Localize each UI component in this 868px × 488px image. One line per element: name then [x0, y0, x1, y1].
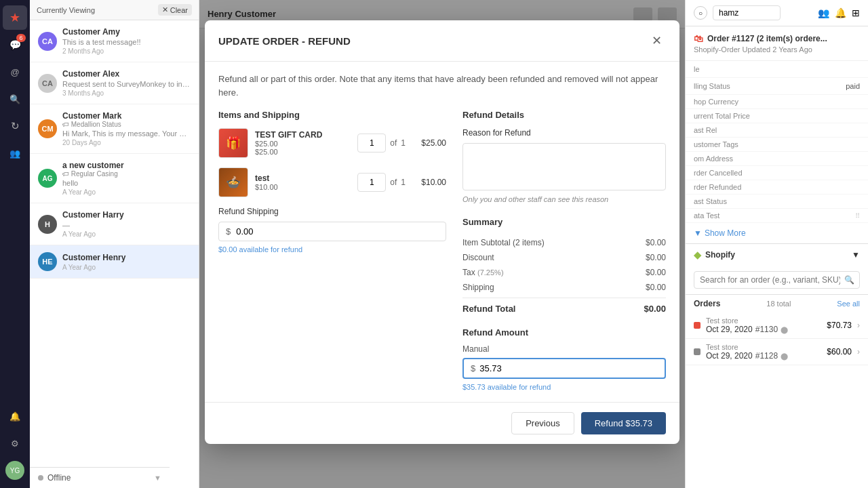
order-refunded-row: rder Refunded: [686, 180, 868, 195]
reason-hint: Only you and other staff can see this re…: [462, 195, 666, 203]
shopify-header: ◆ Shopify ▼: [694, 249, 860, 260]
offline-dropdown[interactable]: ▼: [154, 474, 161, 482]
order-arrow-1128: ›: [857, 347, 860, 357]
order-price-1130: $70.73: [827, 321, 852, 330]
contacts-icon[interactable]: 👥: [3, 141, 27, 165]
reason-textarea[interactable]: [462, 143, 666, 190]
item-qty-test: of 1: [357, 173, 406, 192]
mentions-icon[interactable]: @: [3, 60, 27, 84]
manual-value-input[interactable]: [479, 363, 658, 373]
user-avatar[interactable]: YG: [5, 461, 24, 480]
current-price-row: urrent Total Price: [686, 109, 868, 123]
chevron-shopify-icon[interactable]: ▼: [852, 250, 860, 260]
data-test-row: ata Test ⠿: [686, 209, 868, 223]
order-indicator-1130: [694, 322, 701, 329]
users-icon[interactable]: 👥: [818, 7, 829, 18]
clear-button[interactable]: ✕ Clear: [158, 4, 192, 16]
order-icon: 🛍: [694, 33, 703, 44]
refund-button[interactable]: Refund $35.73: [581, 412, 666, 434]
modal-overlay: UPDATE ORDER - REFUND ✕ Refund all or pa…: [199, 0, 685, 488]
customer-info-henry: Customer Henry A Year Ago: [62, 253, 191, 271]
order-info-1130: Test store Oct 29, 2020 #1130 ⬤: [706, 317, 821, 334]
search-icon: 🔍: [844, 275, 854, 285]
summary-discount: Discount $0.00: [462, 250, 666, 265]
shopify-section: ◆ Shopify ▼: [686, 243, 868, 266]
orders-header: Orders 18 total See all: [686, 295, 868, 312]
item-total-test: $10.00: [412, 178, 446, 187]
customer-item-henry[interactable]: HE Customer Henry A Year Ago: [30, 245, 199, 279]
grid-icon[interactable]: ⊞: [852, 7, 860, 18]
modal-description: Refund all or part of this order. Note t…: [218, 73, 666, 99]
customer-item-alex[interactable]: CA Customer Alex Request sent to SurveyM…: [30, 62, 199, 104]
reason-section: Reason for Refund Only you and other sta…: [462, 128, 666, 203]
offline-bar: Offline ▼: [30, 467, 170, 488]
order-search-input[interactable]: [694, 271, 860, 289]
modal-right-col: Refund Details Reason for Refund Only yo…: [462, 110, 666, 391]
order-card[interactable]: 🛍 Order #1127 (2 item(s) ordere... Shopi…: [686, 26, 868, 61]
refund-shipping-value-input[interactable]: [236, 226, 439, 237]
last-status-row1: ast Status: [686, 195, 868, 209]
order-list-item-1130[interactable]: Test store Oct 29, 2020 #1130 ⬤ $70.73 ›: [686, 312, 868, 339]
item-image-test: 🍲: [218, 167, 248, 197]
right-panel-search: 🔍: [686, 266, 868, 295]
customer-item-amy[interactable]: CA Customer Amy This is a test message!!…: [30, 20, 199, 62]
customer-info-amy: Customer Amy This is a test message!! 2 …: [62, 27, 191, 55]
search-icon-sidebar[interactable]: 🔍: [3, 87, 27, 111]
modal-footer: Previous Refund $35.73: [205, 402, 679, 444]
order-price-1128: $60.00: [827, 347, 852, 357]
refund-shipping-input-wrapper[interactable]: $: [218, 222, 446, 241]
qty-input-gift-card[interactable]: [357, 134, 386, 152]
order-dot-1130: ⬤: [781, 326, 788, 333]
manual-input-wrapper[interactable]: $: [462, 358, 666, 379]
reason-label: Reason for Refund: [462, 128, 666, 138]
dollar-sign-shipping: $: [226, 226, 231, 237]
summary-title: Summary: [462, 217, 666, 227]
customer-tags-row: ustomer Tags: [686, 138, 868, 152]
summary-item-subtotal: Item Subtotal (2 items) $0.00: [462, 235, 666, 250]
refund-amount-label: Refund Amount: [462, 327, 666, 338]
avatar-amy: CA: [38, 32, 57, 51]
main-content: Henry Customer UPDATE ORDER - REFUND ✕ R…: [199, 0, 685, 488]
item-details-gift-card: TEST GIFT CARD $25.00 $25.00: [255, 130, 351, 156]
currency-row: hop Currency: [686, 95, 868, 109]
modal-left-col: Items and Shipping 🎁 TEST GIFT CARD $25.…: [218, 110, 446, 391]
items-shipping-title: Items and Shipping: [218, 110, 446, 120]
avatar-mark: CM: [38, 119, 57, 138]
address-row: om Address: [686, 152, 868, 166]
chat-icon[interactable]: 💬 6: [3, 33, 27, 57]
settings-icon[interactable]: ⚙: [3, 431, 27, 455]
gift-card-icon: 🎁: [219, 129, 248, 157]
right-panel-icons: ○: [694, 5, 781, 20]
manual-label: Manual: [462, 344, 666, 354]
order-list-item-1128[interactable]: Test store Oct 29, 2020 #1128 ⬤ $60.00 ›: [686, 339, 868, 365]
alerts-icon[interactable]: 🔔: [3, 404, 27, 428]
modal-two-col: Items and Shipping 🎁 TEST GIFT CARD $25.…: [218, 110, 666, 391]
order-cancelled-row: rder Cancelled: [686, 166, 868, 180]
refund-shipping-label: Refund Shipping: [218, 207, 446, 216]
summary-shipping: Shipping $0.00: [462, 280, 666, 295]
circle-icon[interactable]: ○: [694, 6, 707, 20]
modal-close-button[interactable]: ✕: [647, 31, 666, 50]
chevron-down-icon: ▼: [694, 228, 702, 238]
search-input-top[interactable]: [713, 5, 781, 20]
customer-item-harry[interactable]: H Customer Harry — A Year Ago: [30, 203, 199, 245]
see-all-button[interactable]: See all: [837, 300, 860, 308]
billing-status-row: lling Status paid: [686, 78, 868, 95]
panel-header: Currently Viewing ✕ Clear: [30, 0, 199, 20]
show-more-button[interactable]: ▼ Show More: [686, 223, 868, 243]
logo-icon[interactable]: ★: [3, 5, 27, 30]
summary-tax: Tax (7.25%) $0.00: [462, 265, 666, 280]
refresh-icon[interactable]: ↻: [3, 114, 27, 138]
avatar-harry: H: [38, 215, 57, 234]
customer-item-mark[interactable]: CM Customer Mark 🏷 Medallion Status Hi M…: [30, 104, 199, 154]
customer-list-panel: Currently Viewing ✕ Clear CA Customer Am…: [30, 0, 199, 488]
right-panel-fields: le lling Status paid hop Currency urrent…: [686, 61, 868, 223]
tag-icon-new: 🏷 Regular Casing: [62, 170, 191, 178]
previous-button[interactable]: Previous: [511, 412, 574, 434]
customer-item-new[interactable]: AG a new customer 🏷 Regular Casing hello…: [30, 154, 199, 203]
right-panel: ○ 👥 🔔 ⊞ 🛍 Order #1127 (2 item(s) ordere.…: [685, 0, 868, 488]
bell-icon[interactable]: 🔔: [835, 7, 846, 18]
item-qty-gift-card: of 1: [357, 134, 406, 152]
qty-input-test[interactable]: [357, 173, 386, 192]
customer-info-new: a new customer 🏷 Regular Casing hello A …: [62, 161, 191, 196]
